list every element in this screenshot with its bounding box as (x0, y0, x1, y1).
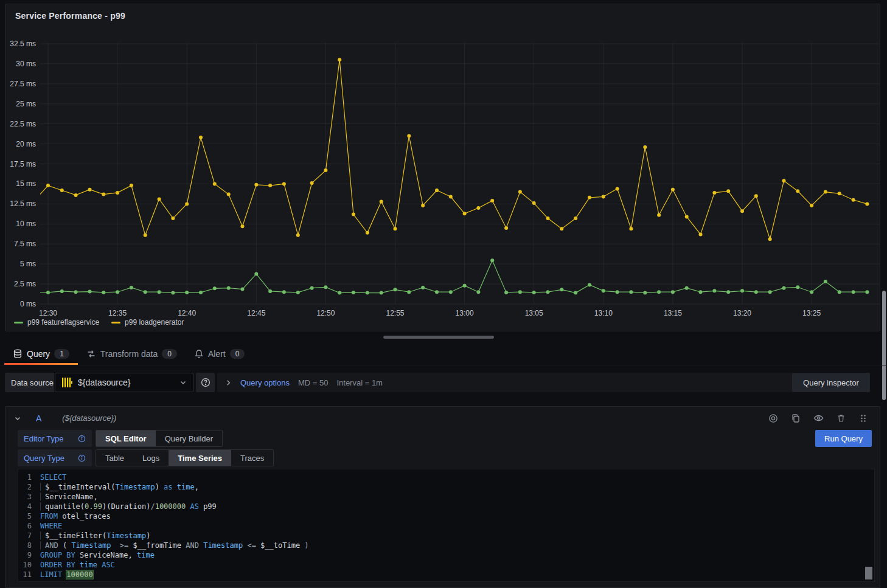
datasource-label: Data source (5, 373, 54, 392)
datasource-select[interactable]: ${datasource} (55, 373, 193, 392)
code-text: FROM otel_traces (40, 511, 111, 521)
tab-label: Query (27, 349, 50, 359)
svg-text:13:15: 13:15 (664, 309, 682, 317)
legend-color-swatch (111, 322, 120, 323)
editor-type-sql-editor[interactable]: SQL Editor (96, 431, 156, 446)
code-text: ORDER BY time ASC (40, 560, 115, 570)
query-row-header[interactable]: A (${datasource}) (5, 407, 880, 429)
svg-text:12:45: 12:45 (247, 309, 265, 317)
chevron-right-icon[interactable] (225, 379, 232, 386)
hide-response-eye-icon[interactable] (810, 411, 826, 426)
svg-text:13:00: 13:00 (456, 309, 474, 317)
line-number: 5 (18, 511, 40, 521)
horizontal-scrollbar-thumb[interactable] (383, 336, 494, 339)
svg-text:13:20: 13:20 (733, 309, 751, 317)
legend-label: p99 featureflagservice (27, 318, 99, 327)
svg-text:12:30: 12:30 (39, 309, 57, 317)
editor-type-label: Editor Type (18, 430, 92, 447)
code-line: 2$__timeInterval(Timestamp) as time, (18, 482, 874, 492)
legend-item-featureflagservice[interactable]: p99 featureflagservice (14, 318, 99, 327)
clickhouse-logo-icon (61, 377, 72, 388)
svg-text:13:10: 13:10 (594, 309, 613, 317)
editor-type-query-builder[interactable]: Query Builder (156, 431, 222, 446)
panel-editor-tabbar: Query 1 Transform data 0 Alert 0 (0, 343, 887, 365)
legend-color-swatch (14, 322, 23, 323)
field-label-text: Query Type (24, 454, 64, 463)
transform-icon (86, 349, 96, 359)
code-line: 11LIMIT 100000 (18, 570, 874, 579)
info-icon[interactable] (78, 454, 86, 462)
tab-badge: 0 (162, 349, 177, 359)
record-query-icon[interactable] (765, 411, 781, 426)
query-type-logs[interactable]: Logs (133, 450, 169, 466)
query-type-time-series[interactable]: Time Series (169, 450, 231, 466)
svg-text:5 ms: 5 ms (20, 260, 36, 268)
code-line: 5FROM otel_traces (18, 511, 874, 521)
code-text: AND ( Timestamp >= $__fromTime AND Times… (40, 541, 309, 550)
svg-text:12:40: 12:40 (178, 309, 196, 317)
chevron-down-icon (179, 379, 187, 386)
indent-guide (40, 493, 45, 500)
line-number: 8 (18, 541, 40, 550)
duplicate-query-icon[interactable] (788, 411, 804, 426)
svg-text:10 ms: 10 ms (16, 220, 36, 228)
query-options-interval: Interval = 1m (336, 378, 383, 387)
code-line: 1SELECT (18, 472, 874, 482)
timeseries-chart[interactable]: 0 ms2.5 ms5 ms7.5 ms10 ms12.5 ms15 ms17.… (5, 4, 880, 331)
editor-type-switcher: SQL Editor Query Builder (96, 430, 223, 447)
tab-query[interactable]: Query 1 (4, 343, 78, 365)
sql-code-editor[interactable]: 1SELECT2$__timeInterval(Timestamp) as ti… (18, 469, 875, 582)
code-line: 7$__timeFilter(Timestamp) (18, 531, 874, 541)
run-query-button[interactable]: Run Query (815, 430, 872, 447)
svg-text:32.5 ms: 32.5 ms (10, 40, 36, 48)
bell-icon (194, 349, 204, 359)
editor-type-row: Editor Type SQL Editor Query Builder (18, 430, 223, 447)
code-text: $__timeInterval(Timestamp) as time, (40, 482, 199, 492)
query-inspector-button[interactable]: Query inspector (792, 373, 870, 392)
code-line: 6WHERE (18, 521, 874, 531)
collapse-chevron-icon[interactable] (14, 415, 21, 422)
code-text: LIMIT 100000 (40, 570, 93, 579)
query-type-table[interactable]: Table (96, 450, 133, 466)
query-editor-card: A (${datasource}) (5, 406, 880, 588)
active-tab-underline (4, 363, 78, 365)
line-number: 11 (18, 570, 40, 579)
timeseries-panel: Service Performance - p99 0 ms2.5 ms5 ms… (5, 4, 880, 331)
tab-badge: 1 (54, 349, 69, 359)
chart-legend: p99 featureflagservice p99 loadgenerator (14, 318, 184, 327)
query-ref-name: A (36, 413, 41, 423)
editor-scrollbar-thumb[interactable] (865, 567, 872, 579)
legend-item-loadgenerator[interactable]: p99 loadgenerator (111, 318, 184, 327)
tab-alert[interactable]: Alert 0 (186, 343, 253, 365)
delete-query-trash-icon[interactable] (833, 411, 849, 426)
svg-text:22.5 ms: 22.5 ms (10, 120, 36, 128)
indent-guide (40, 483, 45, 491)
query-datasource-hint: (${datasource}) (62, 413, 116, 423)
code-line: 4quantile(0.99)(Duration)/1000000 AS p99 (18, 502, 874, 511)
svg-text:27.5 ms: 27.5 ms (10, 80, 36, 88)
svg-text:12:35: 12:35 (108, 309, 127, 317)
code-text: WHERE (40, 521, 62, 531)
svg-text:12.5 ms: 12.5 ms (10, 199, 36, 208)
svg-text:13:25: 13:25 (802, 309, 821, 317)
datasource-help-button[interactable] (196, 373, 215, 392)
field-label-text: Editor Type (24, 434, 64, 443)
svg-text:2.5 ms: 2.5 ms (14, 280, 36, 288)
line-number: 10 (18, 560, 40, 570)
tab-badge: 0 (230, 349, 245, 359)
drag-handle-icon[interactable] (855, 411, 871, 426)
tab-transform-data[interactable]: Transform data 0 (78, 343, 186, 365)
line-number: 3 (18, 492, 40, 502)
info-icon[interactable] (78, 435, 86, 443)
query-type-traces[interactable]: Traces (231, 450, 273, 466)
code-text: GROUP BY ServiceName, time (40, 550, 155, 560)
svg-text:12:50: 12:50 (316, 309, 335, 317)
code-line: 8AND ( Timestamp >= $__fromTime AND Time… (18, 541, 874, 550)
code-lines: 1SELECT2$__timeInterval(Timestamp) as ti… (18, 472, 874, 579)
query-options-strip: Query options MD = 50 Interval = 1m (217, 373, 793, 392)
code-line: 10ORDER BY time ASC (18, 560, 874, 570)
tab-label: Transform data (100, 349, 158, 359)
svg-text:30 ms: 30 ms (16, 60, 36, 68)
svg-text:7.5 ms: 7.5 ms (14, 240, 36, 248)
query-options-toggle[interactable]: Query options (240, 378, 290, 387)
